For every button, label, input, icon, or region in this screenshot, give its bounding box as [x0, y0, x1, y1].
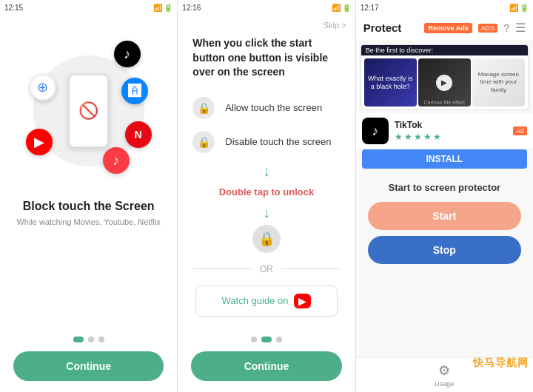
- time-1: 12:15: [4, 4, 23, 12]
- star-2: ★: [404, 132, 412, 142]
- ad-image-3: Manage screen time with your family: [472, 58, 525, 107]
- star-4: ★: [423, 132, 432, 142]
- header-icons: Remove Ads ADS ? ☰: [424, 21, 526, 35]
- or-line-left: [192, 268, 252, 269]
- tiktok-stars: ★ ★ ★ ★ ★: [395, 132, 507, 142]
- panel-3-title: Protect: [363, 21, 402, 34]
- icons-2: 📶 🔋: [332, 4, 351, 12]
- app-youtube-icon: ▶: [26, 129, 53, 155]
- continue-button-2[interactable]: Continue: [191, 351, 341, 381]
- ad-badge: Ad: [513, 126, 527, 135]
- p2-dot-3: [276, 337, 282, 342]
- watch-guide-button[interactable]: Watch guide on ▶: [195, 285, 337, 317]
- phone-mockup: 🚫: [68, 74, 109, 148]
- star-3: ★: [414, 132, 422, 142]
- start-button[interactable]: Start: [368, 202, 521, 230]
- icons-1: 📶 🔋: [153, 4, 172, 12]
- status-bar-2: 12:16 📶 🔋: [178, 0, 355, 15]
- star-1: ★: [395, 132, 403, 142]
- nav-usage[interactable]: ⚙ Usage: [435, 362, 454, 388]
- usage-label: Usage: [435, 380, 454, 388]
- panel-2-dots: [178, 337, 355, 342]
- status-bar-3: 12:17 📶 🔋: [356, 0, 533, 15]
- step-disable-text: Disable touch the screen: [225, 136, 331, 147]
- icons-3: 📶 🔋: [509, 4, 529, 12]
- panel-guide: Skip > When you click the start button o…: [178, 15, 355, 392]
- or-label: OR: [260, 264, 273, 274]
- stop-button[interactable]: Stop: [368, 236, 521, 264]
- step-allow-text: Allow touch the screen: [225, 102, 322, 113]
- panel-1-text-block: Block touch the Screen While watching Mo…: [1, 200, 175, 226]
- panel-block-touch: ♪ ⊕ 🅰 N ▶ ♪ 🚫 Block touch the Screen Whi…: [0, 15, 178, 392]
- dot-3: [98, 337, 104, 342]
- panel-protect: Protect Remove Ads ADS ? ☰ Be the first …: [356, 15, 533, 392]
- usage-icon: ⚙: [438, 362, 450, 379]
- dot-2: [88, 337, 94, 342]
- ad-img-text-1: What exactly is a black hole?: [364, 72, 417, 94]
- ad-images-row: What exactly is a black hole? ▶ Cartoon …: [361, 55, 528, 109]
- remove-ads-badge[interactable]: Remove Ads: [424, 23, 472, 33]
- double-tap-label: Double tap to unlock: [178, 183, 355, 200]
- lock-icon-1: 🔒: [192, 97, 215, 119]
- status-bar-1: 12:15 📶 🔋: [0, 0, 178, 15]
- app-netflix-icon: N: [125, 121, 152, 148]
- p2-dot-2: [261, 337, 272, 342]
- ad-top-bar: Be the first to discover:: [361, 45, 528, 55]
- step-disable-touch: 🔒 Disable touch the screen: [178, 125, 355, 159]
- step-allow-touch: 🔒 Allow touch the screen: [178, 91, 355, 125]
- protector-section: Start to screen protector Start Stop: [356, 173, 533, 270]
- ad-img-text-3: Manage screen time with your family: [472, 68, 525, 97]
- or-divider: OR: [192, 264, 340, 274]
- app-chrome-icon: ⊕: [30, 74, 56, 101]
- watch-guide-text: Watch guide on: [222, 295, 289, 306]
- ad-play-button[interactable]: ▶: [436, 75, 452, 91]
- panel-1-subtitle: While watching Movies, Youtube, Netflix: [16, 217, 160, 226]
- panel-3-header: Protect Remove Ads ADS ? ☰: [356, 15, 533, 41]
- ad-banner: Be the first to discover: What exactly i…: [361, 44, 529, 110]
- tiktok-name: TikTok: [395, 120, 507, 130]
- lock-icon-2: 🔒: [192, 131, 215, 153]
- install-button[interactable]: INSTALL: [362, 149, 527, 169]
- panel-1-title: Block touch the Screen: [16, 200, 160, 213]
- ad-image-1: What exactly is a black hole?: [364, 58, 417, 107]
- dot-1: [73, 337, 84, 342]
- time-3: 12:17: [361, 4, 379, 12]
- ad-image-2: ▶ Cartoon Me effect: [418, 58, 471, 107]
- menu-icon[interactable]: ☰: [515, 21, 526, 35]
- panels-container: ♪ ⊕ 🅰 N ▶ ♪ 🚫 Block touch the Screen Whi…: [0, 15, 533, 392]
- panel-2-title: When you click the start button one butt…: [178, 33, 355, 91]
- protector-title: Start to screen protector: [368, 182, 521, 193]
- ad-top-text: Be the first to discover:: [366, 47, 434, 54]
- ad-img-text-2: Cartoon Me effect: [423, 100, 467, 105]
- arrow-down-icon: ↓: [178, 159, 355, 183]
- tiktok-info: TikTok ★ ★ ★ ★ ★: [395, 120, 507, 142]
- ads-label: ADS: [478, 24, 498, 33]
- status-bars: 12:15 📶 🔋 12:16 📶 🔋 12:17 📶 🔋: [0, 0, 533, 15]
- watermark: 快马导航网: [469, 355, 533, 371]
- app-music-icon: ♪: [103, 147, 130, 174]
- arrow-down-icon-2: ↓: [178, 200, 355, 225]
- illustration: ♪ ⊕ 🅰 N ▶ ♪ 🚫: [22, 37, 155, 185]
- app-ios-icon: 🅰: [121, 78, 148, 104]
- block-touch-icon: 🚫: [78, 101, 98, 121]
- youtube-badge-icon: ▶: [294, 294, 311, 308]
- or-line-right: [281, 268, 341, 269]
- skip-button[interactable]: Skip >: [324, 21, 346, 30]
- panel-1-dots: [73, 337, 104, 342]
- tiktok-logo: ♪: [362, 118, 389, 144]
- question-icon[interactable]: ?: [503, 22, 509, 34]
- continue-button-1[interactable]: Continue: [13, 351, 164, 381]
- lock-icon-big: 🔒: [252, 225, 281, 253]
- time-2: 12:16: [182, 4, 201, 12]
- app-tiktok-icon: ♪: [114, 41, 141, 67]
- tiktok-ad-row: ♪ TikTok ★ ★ ★ ★ ★ Ad: [356, 113, 533, 149]
- p2-dot-1: [251, 337, 257, 342]
- star-5: ★: [433, 132, 441, 142]
- skip-row: Skip >: [178, 15, 355, 33]
